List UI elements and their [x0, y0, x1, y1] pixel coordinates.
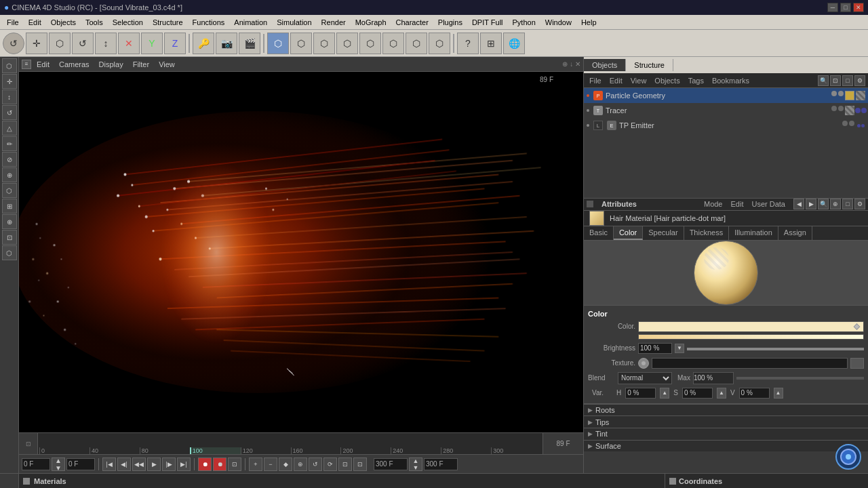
- sphere-btn[interactable]: ⬡: [290, 33, 312, 54]
- brightness-input[interactable]: [638, 343, 672, 354]
- obj-settings-btn[interactable]: ⚙: [854, 75, 865, 86]
- menu-help[interactable]: Help: [577, 17, 601, 28]
- rotate-lt-btn[interactable]: ↺: [2, 105, 17, 120]
- menu-edit[interactable]: Edit: [24, 17, 45, 28]
- dot-editor-2[interactable]: [831, 106, 837, 111]
- var-s-spin[interactable]: ▲: [717, 388, 726, 399]
- dot-render-2[interactable]: [838, 106, 844, 111]
- knife-btn[interactable]: ⊘: [2, 152, 17, 167]
- obj-search-btn[interactable]: 🔍: [818, 75, 829, 86]
- viewport-menu-icon[interactable]: ≡: [22, 60, 31, 69]
- window-controls[interactable]: ─ □ ✕: [827, 3, 864, 12]
- pivot-btn[interactable]: ⊡: [2, 230, 17, 245]
- collapse-tint[interactable]: ▶ Tint: [584, 428, 868, 440]
- menu-functions[interactable]: Functions: [189, 17, 229, 28]
- current-frame-input[interactable]: [22, 458, 50, 470]
- color-gradient-bar[interactable]: [638, 334, 864, 340]
- axis-btn[interactable]: ⊕: [2, 214, 17, 229]
- attrs-menu-userdata[interactable]: User Data: [749, 199, 788, 209]
- object-tracer[interactable]: T Tracer: [584, 103, 868, 118]
- preview-end-input[interactable]: [374, 458, 408, 470]
- next-frame-btn[interactable]: |▶: [162, 458, 176, 471]
- tab-color[interactable]: Color: [614, 226, 643, 240]
- mirror-btn[interactable]: ⬡: [2, 183, 17, 198]
- move-lt-btn[interactable]: ✛: [2, 74, 17, 89]
- menu-window[interactable]: Window: [541, 17, 576, 28]
- play-fwd-btn[interactable]: ▶: [147, 458, 161, 471]
- obj-menu-view[interactable]: View: [628, 75, 650, 86]
- play-back-btn[interactable]: ◀◀: [132, 458, 146, 471]
- end-frame-input[interactable]: [424, 458, 458, 470]
- viewport-menu-filter[interactable]: Filter: [129, 59, 153, 70]
- menu-plugins[interactable]: Plugins: [434, 17, 467, 28]
- light-btn[interactable]: ⬡: [313, 33, 335, 54]
- var-h-input[interactable]: [625, 388, 656, 399]
- texture-toggle[interactable]: [850, 358, 864, 369]
- object-particle-geometry[interactable]: P Particle Geometry: [584, 88, 868, 103]
- attrs-menu-mode[interactable]: Mode: [701, 199, 726, 209]
- var-h-spin[interactable]: ▲: [660, 388, 669, 399]
- paint-btn[interactable]: ✏: [2, 136, 17, 151]
- minimize-button[interactable]: ─: [827, 3, 838, 12]
- move-tool[interactable]: ✛: [26, 33, 47, 54]
- key-del-btn[interactable]: −: [264, 458, 277, 471]
- motion-btn[interactable]: ⊡: [228, 458, 241, 471]
- transform-tool[interactable]: ↕: [95, 33, 117, 54]
- go-start-btn[interactable]: |◀: [102, 458, 116, 471]
- brightness-down-btn[interactable]: ▼: [675, 344, 684, 353]
- help-btn[interactable]: ?: [457, 33, 479, 54]
- viewport-icons[interactable]: ⊕ ↓ ✕: [562, 60, 580, 68]
- select-btn[interactable]: ⬡: [2, 58, 17, 73]
- tag-material[interactable]: [845, 91, 854, 100]
- dot-render-3[interactable]: [849, 121, 854, 126]
- tag-dots[interactable]: [856, 106, 865, 115]
- var-v-input[interactable]: [739, 388, 770, 399]
- scale-tool[interactable]: ⬡: [49, 33, 71, 54]
- tag-emitter-dots[interactable]: [856, 121, 865, 130]
- tag-hair[interactable]: [856, 91, 865, 100]
- undo-button[interactable]: ↺: [3, 33, 24, 54]
- blend-slider[interactable]: [736, 377, 864, 380]
- attrs-menu-edit[interactable]: Edit: [728, 199, 747, 209]
- camera-btn[interactable]: ⬡: [336, 33, 358, 54]
- more-btn[interactable]: ⊡: [338, 458, 352, 471]
- menu-file[interactable]: File: [3, 17, 23, 28]
- menu-structure[interactable]: Structure: [149, 17, 187, 28]
- obj-filter-btn[interactable]: ⊡: [830, 75, 841, 86]
- menu-animation[interactable]: Animation: [230, 17, 271, 28]
- go-end-btn[interactable]: ▶|: [177, 458, 191, 471]
- attrs-pin-btn[interactable]: ⊕: [830, 199, 841, 209]
- tab-basic[interactable]: Basic: [584, 226, 614, 240]
- maximize-button[interactable]: □: [840, 3, 851, 12]
- color-picker-bar[interactable]: [638, 321, 864, 332]
- frame-back-btn[interactable]: ▲▼: [52, 458, 65, 471]
- blend-max-input[interactable]: [693, 372, 734, 384]
- spline-btn[interactable]: ⬡: [429, 33, 450, 54]
- texture-path-bar[interactable]: [652, 358, 848, 369]
- menu-objects[interactable]: Objects: [47, 17, 80, 28]
- key-sel-btn[interactable]: ◆: [279, 458, 292, 471]
- tag-tracer[interactable]: [845, 106, 854, 115]
- viewport-menu-edit[interactable]: Edit: [33, 59, 54, 70]
- eye-navigation-btn[interactable]: [835, 444, 861, 470]
- var-v-spin[interactable]: ▲: [774, 388, 783, 399]
- frame-up-btn[interactable]: ▲▼: [409, 458, 422, 471]
- deform-btn[interactable]: ⬡: [359, 33, 381, 54]
- menu-dpit[interactable]: DPIT Full: [468, 17, 507, 28]
- menu-tools[interactable]: Tools: [81, 17, 107, 28]
- particle-btn[interactable]: ⬡: [382, 33, 404, 54]
- globe-btn[interactable]: 🌐: [503, 33, 525, 54]
- dot-render[interactable]: [838, 91, 844, 96]
- loop-btn[interactable]: ↺: [309, 458, 322, 471]
- texture-dot-btn[interactable]: [638, 358, 649, 369]
- tab-illumination[interactable]: Illumination: [729, 226, 778, 240]
- object-tp-emitter[interactable]: L E TP Emitter: [584, 118, 868, 133]
- menu-character[interactable]: Character: [392, 17, 433, 28]
- obj-menu-tags[interactable]: Tags: [686, 75, 707, 86]
- x-axis-btn[interactable]: ✕: [118, 33, 140, 54]
- sync-btn[interactable]: ⟳: [323, 458, 337, 471]
- keyframe-btn[interactable]: 🔑: [193, 33, 214, 54]
- viewport-canvas[interactable]: 89 F: [19, 72, 583, 432]
- brightness-slider[interactable]: [687, 348, 864, 350]
- tab-thickness[interactable]: Thickness: [684, 226, 730, 240]
